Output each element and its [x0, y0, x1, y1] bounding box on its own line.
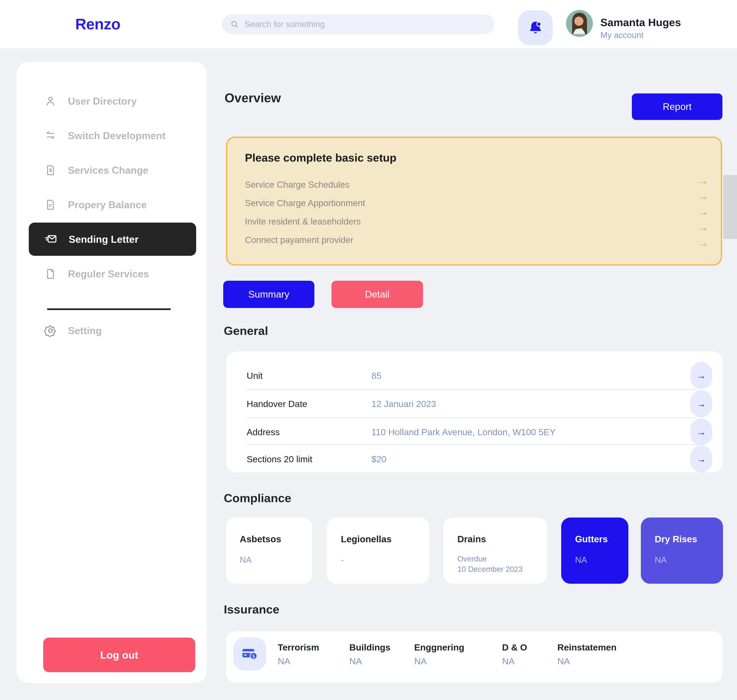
- setup-item: Invite resident & leaseholders: [245, 216, 360, 226]
- compliance-card-gutters[interactable]: Gutters NA: [561, 518, 628, 584]
- setup-item: Service Charge Schedules: [245, 179, 350, 190]
- card-title: Dry Rises: [655, 534, 715, 544]
- setup-arrow-icon[interactable]: →: [698, 206, 708, 217]
- row-divider: [246, 418, 697, 418]
- card-value: -: [341, 555, 421, 565]
- scrollbar-thumb[interactable]: [723, 175, 737, 239]
- summary-tab-button[interactable]: Summary: [223, 281, 314, 308]
- app-logo: Renzo: [75, 15, 120, 33]
- sidebar-item-setting[interactable]: Setting: [29, 319, 196, 342]
- item-value: NA: [558, 656, 570, 666]
- sidebar-item-label: Reguler Services: [68, 268, 149, 279]
- sidebar-item-user-directory[interactable]: User Directory: [29, 90, 196, 113]
- item-title: Enggnering: [414, 642, 464, 653]
- card-status: Overdue 10 December 2023: [457, 554, 540, 574]
- item-title: D & O: [502, 642, 527, 653]
- row-arrow-button[interactable]: →: [690, 446, 712, 472]
- sidebar-item-label: Propery Balance: [68, 199, 147, 210]
- setup-arrow-icon[interactable]: →: [698, 238, 708, 248]
- gear-icon: [44, 324, 57, 337]
- avatar[interactable]: [566, 10, 593, 37]
- detail-tab-button[interactable]: Detail: [331, 281, 423, 308]
- row-divider: [246, 389, 697, 390]
- row-value: 12 Januari 2023: [371, 399, 436, 409]
- insurance-heading: Issurance: [224, 603, 280, 616]
- card-status-line1: Overdue: [457, 554, 540, 564]
- insurance-card: $ Terrorism NA Buildings NA Enggnering N…: [226, 631, 722, 683]
- item-title: Terrorism: [278, 642, 319, 653]
- row-label: Address: [247, 427, 280, 437]
- card-value: NA: [575, 555, 621, 565]
- svg-text:$: $: [49, 167, 52, 173]
- setup-alert-title: Please complete basic setup: [245, 151, 397, 164]
- table-row: Address 110 Holland Park Avenue, London,…: [226, 419, 722, 446]
- payment-card-icon: $: [240, 645, 259, 663]
- summary-label: Summary: [249, 289, 290, 300]
- compliance-heading: Compliance: [224, 491, 291, 505]
- sidebar: User Directory Switch Development $ Serv…: [16, 62, 207, 683]
- table-row: Handover Date 12 Januari 2023 →: [226, 390, 722, 417]
- row-value: $20: [371, 454, 386, 464]
- setup-item: Connect payament provider: [245, 235, 353, 245]
- sidebar-item-services-change[interactable]: $ Services Change: [29, 159, 196, 182]
- item-value: NA: [502, 656, 515, 666]
- sidebar-item-label: User Directory: [68, 96, 137, 107]
- sidebar-item-reguler-services[interactable]: Reguler Services: [29, 262, 196, 285]
- row-label: Sections 20 limit: [247, 454, 312, 464]
- row-label: Handover Date: [247, 399, 307, 409]
- page-title: Overview: [225, 91, 281, 105]
- row-arrow-button[interactable]: →: [690, 362, 712, 389]
- bell-icon: [527, 19, 544, 36]
- row-divider: [246, 444, 697, 445]
- search-icon: [230, 19, 239, 29]
- compliance-card-dry-rises[interactable]: Dry Rises NA: [641, 518, 723, 584]
- compliance-card-legionellas[interactable]: Legionellas -: [327, 518, 429, 584]
- invoice-icon: $: [44, 164, 57, 176]
- row-value: 110 Holland Park Avenue, London, W100 5E…: [371, 427, 556, 437]
- item-title: Buildings: [349, 642, 390, 653]
- setup-arrow-icon[interactable]: →: [698, 191, 708, 201]
- send-letter-icon: [44, 232, 57, 246]
- notifications-button[interactable]: [518, 10, 553, 45]
- detail-label: Detail: [365, 289, 390, 300]
- row-arrow-button[interactable]: →: [690, 419, 712, 446]
- svg-text:$: $: [252, 653, 255, 659]
- my-account-link[interactable]: My account: [600, 30, 644, 40]
- setup-item: Service Charge Apportionment: [245, 198, 365, 208]
- file-icon: [44, 268, 57, 280]
- card-title: Legionellas: [341, 534, 421, 544]
- table-row: Sections 20 limit $20 →: [226, 446, 722, 472]
- row-arrow-button[interactable]: →: [690, 390, 712, 417]
- search-bar[interactable]: [222, 14, 494, 34]
- user-name: Samanta Huges: [600, 16, 681, 29]
- compliance-card-asbetsos[interactable]: Asbetsos NA: [226, 518, 312, 584]
- report-button[interactable]: Report: [632, 93, 722, 120]
- user-icon: [44, 95, 57, 107]
- sidebar-item-switch-development[interactable]: Switch Development: [29, 124, 196, 147]
- card-value: NA: [240, 555, 305, 565]
- compliance-card-drains[interactable]: Drains Overdue 10 December 2023: [444, 518, 547, 584]
- sidebar-item-sending-letter[interactable]: Sending Letter: [29, 223, 196, 256]
- sidebar-item-label: Sending Letter: [69, 234, 138, 245]
- search-input[interactable]: [244, 19, 486, 29]
- sidebar-item-propery-balance[interactable]: Propery Balance: [29, 193, 196, 216]
- sidebar-item-label: Services Change: [68, 165, 149, 176]
- document-icon: [44, 199, 57, 211]
- logout-button[interactable]: Log out: [43, 638, 195, 672]
- card-title: Drains: [457, 534, 540, 544]
- setup-arrow-icon[interactable]: →: [698, 175, 708, 186]
- card-value: NA: [655, 555, 715, 565]
- report-label: Report: [663, 101, 691, 112]
- table-row: Unit 85 →: [226, 362, 722, 389]
- item-title: Reinstatemen: [558, 642, 616, 653]
- row-label: Unit: [247, 371, 263, 381]
- logout-label: Log out: [100, 649, 138, 661]
- sidebar-item-label: Switch Development: [68, 130, 166, 141]
- item-value: NA: [414, 656, 427, 666]
- card-status-line2: 10 December 2023: [457, 564, 540, 574]
- top-bar: Renzo Samanta Huges My account: [0, 0, 737, 49]
- setup-alert: Please complete basic setup Service Char…: [226, 137, 722, 266]
- item-value: NA: [278, 656, 290, 666]
- setup-arrow-icon[interactable]: →: [698, 222, 708, 232]
- row-value: 85: [371, 371, 381, 381]
